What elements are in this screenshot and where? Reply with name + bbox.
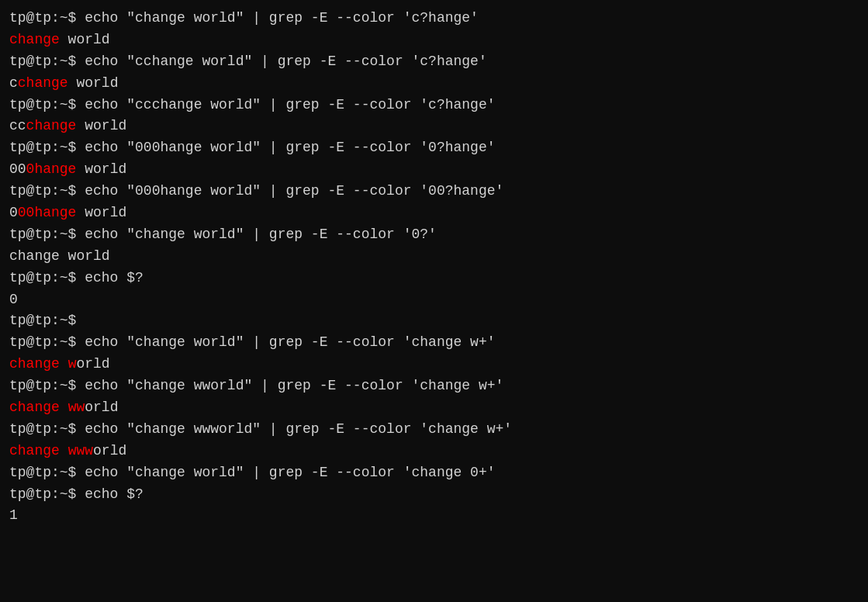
terminal-line: tp@tp:~$ echo "change world" | grep -E -… (9, 462, 859, 484)
normal-text: world (76, 161, 126, 177)
normal-text: 1 (9, 507, 18, 523)
normal-text: change world (9, 248, 110, 264)
normal-text: c (9, 75, 18, 91)
normal-text: world (68, 75, 119, 91)
normal-text: 0 (9, 205, 18, 220)
normal-text: 0 (9, 292, 18, 307)
highlighted-text: 0hange (26, 161, 77, 177)
terminal-line: change world (9, 246, 859, 268)
highlighted-text: ww (68, 400, 85, 415)
terminal-line: tp@tp:~$ echo "ccchange world" | grep -E… (9, 95, 859, 116)
normal-text: orld (93, 443, 126, 458)
normal-text: world (60, 32, 110, 47)
terminal-line: tp@tp:~$ echo $? (9, 268, 859, 289)
terminal-line: change wworld (9, 397, 859, 419)
highlighted-text: change (26, 118, 77, 133)
normal-text (60, 356, 68, 372)
terminal-line: change world (9, 29, 859, 51)
highlighted-text: change (18, 75, 68, 91)
terminal-line: 1 (9, 505, 859, 527)
terminal-line: ccchange world (9, 116, 859, 137)
terminal-line: 000hange world (9, 202, 859, 224)
terminal-line: tp@tp:~$ echo "cchange world" | grep -E … (9, 51, 859, 73)
terminal-line: tp@tp:~$ echo $? (9, 484, 859, 506)
highlighted-text: 00hange (18, 205, 77, 220)
highlighted-text: change (9, 400, 60, 415)
normal-text (60, 443, 68, 458)
normal-text (60, 400, 68, 415)
normal-text: orld (76, 356, 109, 372)
normal-text: cc (9, 118, 26, 133)
terminal-line: tp@tp:~$ echo "change world" | grep -E -… (9, 332, 859, 354)
terminal-line: tp@tp:~$ echo "000hange world" | grep -E… (9, 181, 859, 202)
terminal-line: cchange world (9, 73, 859, 95)
terminal-line: tp@tp:~$ echo "change wwworld" | grep -E… (9, 419, 859, 441)
highlighted-text: change (9, 356, 60, 372)
terminal-line: tp@tp:~$ echo "change world" | grep -E -… (9, 224, 859, 246)
normal-text: world (76, 205, 126, 220)
terminal-line: change wwworld (9, 441, 859, 462)
highlighted-text: change (9, 443, 60, 458)
normal-text: 00 (9, 161, 26, 177)
terminal-line: tp@tp:~$ echo "change wworld" | grep -E … (9, 375, 859, 397)
highlighted-text: change (9, 32, 60, 47)
highlighted-text: w (68, 356, 77, 372)
terminal-line: 0 (9, 289, 859, 311)
terminal-line: tp@tp:~$ (9, 310, 859, 332)
terminal-line: change world (9, 354, 859, 375)
normal-text: orld (85, 400, 118, 415)
terminal: tp@tp:~$ echo "change world" | grep -E -… (9, 8, 859, 594)
terminal-line: 000hange world (9, 159, 859, 181)
terminal-line: tp@tp:~$ echo "change world" | grep -E -… (9, 8, 859, 29)
normal-text: world (76, 118, 126, 133)
highlighted-text: www (68, 443, 93, 458)
terminal-line: tp@tp:~$ echo "000hange world" | grep -E… (9, 137, 859, 159)
